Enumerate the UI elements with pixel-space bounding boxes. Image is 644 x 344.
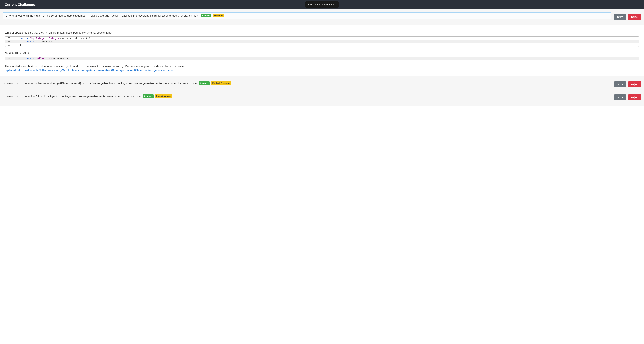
points-badge: 2 points [143, 94, 154, 98]
mutated-code-block: 66. return Collections.emptyMap(); [5, 56, 639, 60]
challenge-row: 3. Write a test to cover line 14 in clas… [3, 90, 641, 103]
challenge-row: 1. Write a test to kill the mutant at li… [3, 11, 641, 21]
reject-button[interactable]: Reject [628, 94, 641, 100]
panel-title: Current Challenges [5, 3, 36, 6]
challenge-row: 2. Write a test to cover more lines of m… [3, 77, 641, 90]
pit-note: The mutated line is built from informati… [5, 64, 639, 72]
panel-header: Current Challenges Click to see more det… [0, 0, 644, 9]
challenge-actions: Store Reject [614, 80, 641, 87]
tooltip: Click to see more details [305, 1, 338, 8]
challenge-card[interactable]: 1. Write a test to kill the mutant at li… [3, 12, 611, 19]
details-intro: Write or update tests so that they fail … [5, 31, 639, 35]
reject-button[interactable]: Reject [628, 81, 641, 87]
type-badge: Line Coverage [155, 94, 172, 98]
challenge-actions: Store Reject [614, 12, 641, 20]
mutated-label: Mutated line of code [5, 51, 639, 55]
store-button[interactable]: Store [614, 94, 626, 100]
store-button[interactable]: Store [614, 14, 626, 20]
active-challenge-area: 1. Write a test to kill the mutant at li… [0, 9, 644, 25]
original-code-block: 65. public Map<Integer, Integer> getVisi… [5, 36, 639, 47]
tooltip-text: Click to see more details [308, 3, 336, 6]
challenge-card[interactable]: 2. Write a test to cover more lines of m… [3, 80, 611, 87]
type-badge: Mutation [213, 14, 224, 17]
store-button[interactable]: Store [614, 81, 626, 87]
points-badge: 4 points [201, 14, 212, 17]
reject-button[interactable]: Reject [628, 14, 641, 20]
challenge-card[interactable]: 3. Write a test to cover line 14 in clas… [3, 93, 611, 100]
challenge-actions: Store Reject [614, 93, 641, 100]
pit-description-link[interactable]: replaced return value with Collections.e… [5, 69, 174, 72]
challenge-details: Write or update tests so that they fail … [0, 25, 644, 76]
type-badge: Method Coverage [211, 81, 232, 85]
other-challenges: 2. Write a test to cover more lines of m… [0, 76, 644, 106]
points-badge: 2 points [199, 81, 210, 85]
